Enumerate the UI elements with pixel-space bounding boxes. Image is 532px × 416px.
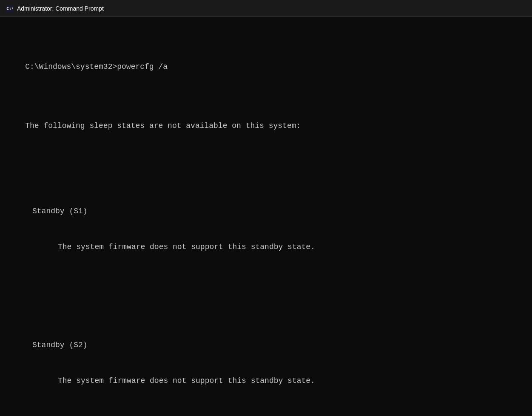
title-bar: C:\ Administrator: Command Prompt xyxy=(0,0,532,17)
standby-s1-message: The system firmware does not support thi… xyxy=(7,241,525,253)
svg-text:C:\: C:\ xyxy=(6,6,13,11)
standby-s2-message: The system firmware does not support thi… xyxy=(7,375,525,387)
terminal-body[interactable]: C:\Windows\system32>powercfg /a The foll… xyxy=(0,17,532,416)
cmd-icon: C:\ xyxy=(5,4,14,13)
title-bar-text: Administrator: Command Prompt xyxy=(17,5,104,12)
command-prompt-line: C:\Windows\system32>powercfg /a xyxy=(7,49,525,85)
standby-s2-label: Standby (S2) xyxy=(7,340,525,351)
intro-line: The following sleep states are not avail… xyxy=(7,108,525,144)
entry-standby-s2: Standby (S2) The system firmware does no… xyxy=(7,316,525,410)
standby-s1-label: Standby (S1) xyxy=(7,206,525,218)
entry-standby-s1: Standby (S1) The system firmware does no… xyxy=(7,182,525,277)
